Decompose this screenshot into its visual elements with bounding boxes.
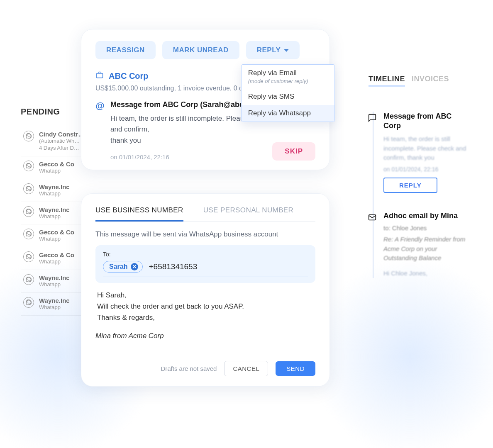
whatsapp-icon: [23, 161, 34, 171]
timeline-item-title: Message from ABC Corp: [383, 112, 468, 130]
email-icon: [366, 211, 378, 224]
compose-card: USE BUSINESS NUMBER USE PERSONAL NUMBER …: [81, 193, 330, 387]
timeline-item: Message from ABC Corp Hi team, the order…: [383, 112, 468, 193]
timeline-reply-button[interactable]: REPLY: [383, 178, 437, 193]
reply-dropdown: Reply via Email (mode of customer reply)…: [241, 64, 335, 122]
recipient-chip[interactable]: Sarah ✕: [103, 261, 143, 273]
to-label: To:: [103, 251, 308, 258]
reply-button[interactable]: REPLY: [246, 41, 300, 59]
whatsapp-icon: [23, 274, 34, 285]
whatsapp-icon: [23, 131, 34, 141]
tab-business-number[interactable]: USE BUSINESS NUMBER: [95, 206, 183, 222]
reply-via-whatsapp[interactable]: Reply via Whatsapp: [242, 105, 334, 122]
svg-rect-1: [97, 73, 103, 78]
company-link[interactable]: ABC Corp: [109, 71, 149, 81]
message-icon: [366, 112, 378, 124]
cancel-button[interactable]: CANCEL: [224, 361, 268, 376]
recipient-phone: +6581341653: [149, 262, 197, 271]
tab-invoices[interactable]: INVOICES: [412, 75, 449, 87]
tab-personal-number[interactable]: USE PERSONAL NUMBER: [203, 206, 294, 222]
whatsapp-icon: [23, 183, 34, 194]
timeline-item: Adhoc email by Mina to: Chloe Jones Re: …: [383, 211, 468, 278]
tab-timeline[interactable]: TIMELINE: [369, 75, 405, 87]
compose-note: This message will be sent via WhatsApp b…: [95, 230, 315, 239]
message-timestamp: on 01/01/2024, 22:16: [110, 153, 268, 161]
reply-via-email[interactable]: Reply via Email (mode of customer reply): [242, 65, 334, 88]
chevron-down-icon: [284, 49, 289, 52]
reply-via-sms[interactable]: Reply via SMS: [242, 88, 334, 105]
briefcase-icon: [95, 71, 104, 81]
timeline-panel: TIMELINE INVOICES Message from ABC Corp …: [369, 75, 468, 296]
whatsapp-icon: [23, 229, 34, 239]
draft-note: Drafts are not saved: [161, 365, 217, 372]
compose-signature: Mina from Acme Corp: [95, 332, 315, 340]
timeline-item-title: Adhoc email by Mina: [383, 211, 468, 221]
reassign-button[interactable]: REASSIGN: [95, 41, 156, 59]
remove-chip-icon[interactable]: ✕: [131, 263, 138, 270]
whatsapp-icon: [23, 251, 34, 262]
whatsapp-icon: [23, 206, 34, 217]
compose-body[interactable]: Hi Sarah,Will check the order and get ba…: [95, 290, 315, 324]
recipient-box: To: Sarah ✕ +6581341653: [95, 245, 315, 283]
at-icon: @: [95, 100, 105, 111]
skip-button[interactable]: SKIP: [272, 142, 315, 161]
whatsapp-icon: [23, 297, 34, 308]
send-button[interactable]: SEND: [276, 361, 315, 376]
message-card: REASSIGN MARK UNREAD REPLY Reply via Ema…: [81, 29, 330, 170]
mark-unread-button[interactable]: MARK UNREAD: [162, 41, 239, 59]
